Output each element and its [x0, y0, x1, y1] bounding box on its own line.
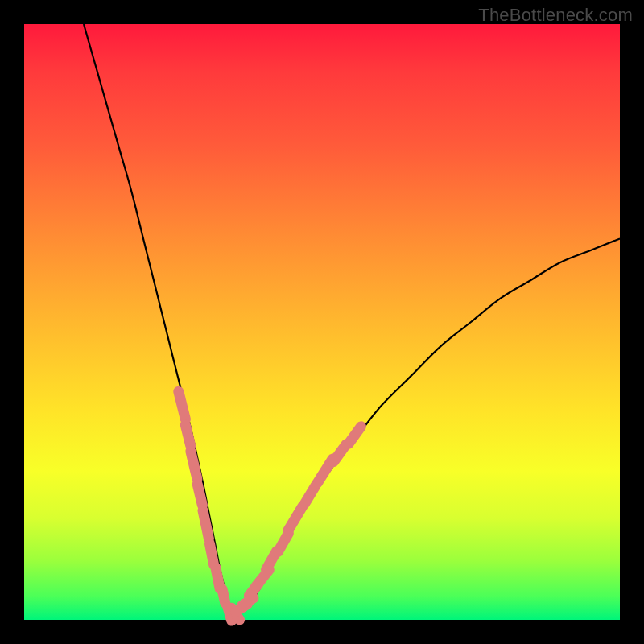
curve-marker: [349, 427, 361, 444]
bottleneck-curve: [84, 24, 620, 616]
curve-marker: [288, 506, 303, 530]
curve-marker: [179, 391, 186, 419]
chart-frame: TheBottleneck.com: [0, 0, 644, 644]
curve-marker: [210, 544, 214, 565]
curve-marker: [304, 485, 316, 504]
curve-marker: [191, 451, 197, 479]
curve-marker: [197, 485, 202, 506]
plot-area: [24, 24, 620, 620]
curve-marker: [203, 510, 208, 539]
curve-marker: [222, 589, 225, 603]
curve-markers: [179, 391, 361, 621]
curve-svg: [24, 24, 620, 620]
curve-marker: [185, 425, 190, 446]
watermark-label: TheBottleneck.com: [478, 5, 633, 26]
